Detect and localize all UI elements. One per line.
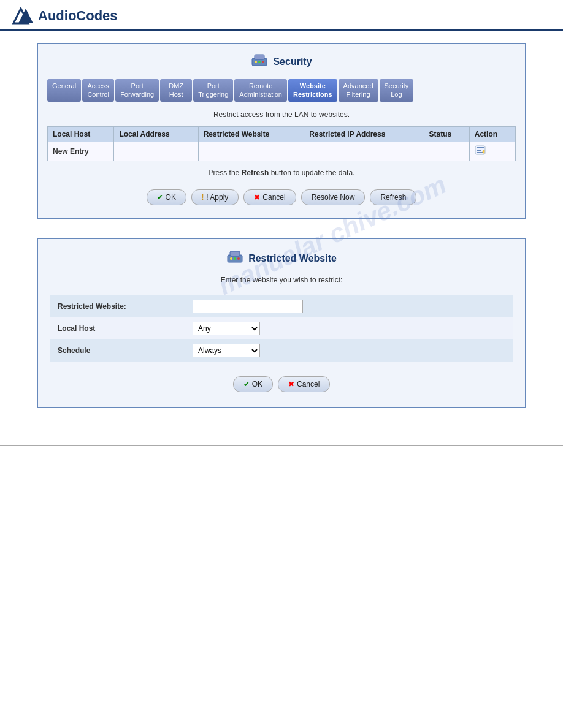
col-restricted-ip: Restricted IP Address [304,126,424,142]
rw-title-icon [226,250,243,267]
schedule-select-cell: Always [185,339,513,362]
ok-label: OK [166,193,176,202]
local-host-select-cell: Any [185,317,513,339]
rw-cancel-icon: ✖ [288,380,294,389]
restricted-website-input[interactable] [193,300,303,313]
status-cell [424,142,469,161]
rw-cancel-button[interactable]: ✖ Cancel [278,376,330,392]
rw-panel-title-text: Restricted Website [248,253,337,264]
svg-point-16 [237,257,240,260]
apply-button[interactable]: ! ! Apply [191,189,239,205]
schedule-select[interactable]: Always [193,344,260,357]
logo-text: AudioCodes [38,8,118,24]
rw-form-table: Restricted Website: Local Host Any Sched… [50,295,513,362]
col-status: Status [424,126,469,142]
tab-general[interactable]: General [47,79,81,102]
tab-port-forwarding[interactable]: PortForwarding [115,79,159,102]
security-title-icon [251,53,268,70]
restricted-website-cell [198,142,304,161]
tab-dmz-host[interactable]: DMZHost [160,79,192,102]
refresh-label: Refresh [380,193,406,202]
local-address-cell [114,142,198,161]
svg-point-4 [255,61,257,63]
form-row-schedule: Schedule Always [50,339,513,362]
form-row-restricted-website: Restricted Website: [50,295,513,317]
schedule-label: Schedule [50,339,185,362]
rw-buttons: ✔ OK ✖ Cancel [50,373,513,396]
svg-point-14 [230,257,232,260]
panel1-buttons: ✔ OK ! ! Apply ✖ Cancel Resolve Now Refr… [47,186,516,209]
main-content: manualar chive.com Security General Acce… [0,31,563,420]
rw-ok-label: OK [252,380,262,389]
svg-point-6 [262,61,264,63]
table-row: New Entry [48,142,516,161]
resolve-now-label: Resolve Now [312,193,355,202]
panel-description: Restrict access from the LAN to websites… [47,110,516,119]
refresh-notice: Press the Refresh button to update the d… [47,169,516,177]
tab-access-control[interactable]: AccessControl [82,79,114,102]
local-host-select[interactable]: Any [193,322,260,335]
rw-panel-title: Restricted Website [50,250,513,267]
local-host-label: Local Host [50,317,185,339]
panel-title: Security [47,53,516,70]
refresh-button[interactable]: Refresh [370,189,416,205]
apply-icon: ! [202,193,204,202]
col-local-address: Local Address [114,126,198,142]
col-local-host: Local Host [48,126,114,142]
tab-port-triggering[interactable]: PortTriggering [193,79,233,102]
rw-description: Enter the website you wish to restrict: [50,276,513,284]
restricted-website-input-cell [185,295,513,317]
edit-icon[interactable] [475,146,486,157]
ok-button[interactable]: ✔ OK [147,189,186,205]
svg-rect-10 [477,152,483,153]
restricted-ip-cell [304,142,424,161]
new-entry-cell: New Entry [48,142,114,161]
security-panel-title: Security [273,56,312,67]
svg-rect-9 [477,150,481,151]
restricted-website-label: Restricted Website: [50,295,185,317]
rw-ok-icon: ✔ [243,380,250,389]
restricted-website-panel: Restricted Website Enter the website you… [37,238,526,408]
cancel-label: Cancel [262,193,285,202]
resolve-now-button[interactable]: Resolve Now [301,189,366,205]
logo: AudioCodes [12,7,118,25]
tab-website-restrictions[interactable]: WebsiteRestrictions [288,79,337,102]
svg-point-5 [258,61,261,63]
rw-ok-button[interactable]: ✔ OK [233,376,273,392]
form-row-local-host: Local Host Any [50,317,513,339]
svg-rect-3 [255,55,264,59]
security-panel: Security General AccessControl PortForwa… [37,43,526,219]
col-restricted-website: Restricted Website [198,126,304,142]
tab-security-log[interactable]: SecurityLog [380,79,414,102]
svg-point-15 [234,257,236,260]
tab-advanced-filtering[interactable]: AdvancedFiltering [339,79,378,102]
rw-cancel-label: Cancel [297,380,320,389]
col-action: Action [469,126,515,142]
bottom-footer [0,446,563,453]
ok-icon: ✔ [157,193,163,202]
apply-label: ! Apply [206,193,228,202]
tabs-bar: General AccessControl PortForwarding DMZ… [47,79,516,102]
action-cell [469,142,515,161]
tab-remote-administration[interactable]: RemoteAdministration [234,79,287,102]
cancel-icon: ✖ [254,193,260,202]
svg-rect-8 [477,147,484,148]
cancel-button[interactable]: ✖ Cancel [243,189,296,205]
restrictions-table: Local Host Local Address Restricted Webs… [47,126,516,161]
audiocodes-logo-icon [12,7,34,25]
svg-rect-13 [230,251,240,256]
header: AudioCodes [0,0,563,31]
